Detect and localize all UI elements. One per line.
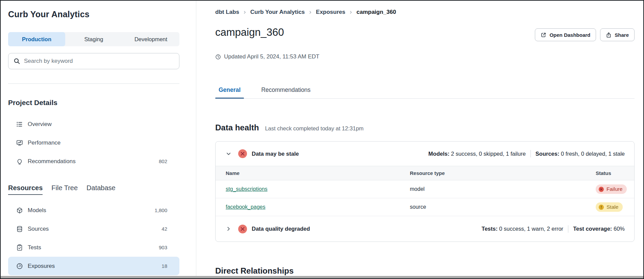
sidebar-item-overview[interactable]: Overview bbox=[8, 115, 179, 133]
sidebar-divider bbox=[8, 83, 179, 84]
stale-section-title: Data may be stale bbox=[252, 151, 299, 157]
models-stat-value: 2 success, 0 skipped, 1 failure bbox=[451, 151, 526, 157]
tests-stat-value: 0 success, 1 warn, 2 error bbox=[499, 226, 563, 232]
env-tab-production[interactable]: Production bbox=[8, 32, 65, 46]
sidebar-item-label: Exposures bbox=[28, 263, 55, 270]
resource-type-cell: source bbox=[410, 198, 596, 216]
stale-section-header: Data may be stale Models: 2 success, 0 s… bbox=[216, 142, 634, 166]
share-icon bbox=[606, 32, 612, 38]
open-dashboard-button[interactable]: Open Dashboard bbox=[535, 28, 596, 41]
tab-general[interactable]: General bbox=[215, 83, 244, 98]
sidebar-item-recommendations[interactable]: Recommendations 802 bbox=[8, 152, 179, 171]
sidebar-item-label: Models bbox=[28, 207, 46, 214]
stale-section-stats: Models: 2 success, 0 skipped, 1 failure … bbox=[428, 150, 625, 157]
updated-text: Updated April 5, 2024, 11:53 AM EDT bbox=[224, 53, 319, 60]
database-icon bbox=[16, 226, 23, 232]
chevron-down-icon[interactable] bbox=[225, 150, 232, 157]
breadcrumb-item-project[interactable]: Curb Your Analytics bbox=[250, 9, 305, 16]
resource-type-cell: model bbox=[410, 180, 596, 198]
sidebar-item-tests[interactable]: Tests 903 bbox=[8, 238, 179, 257]
sidebar-item-label: Tests bbox=[28, 244, 41, 251]
share-button[interactable]: Share bbox=[600, 28, 635, 41]
project-details-heading: Project Details bbox=[8, 99, 179, 107]
breadcrumb-item-account[interactable]: dbt Labs bbox=[215, 9, 239, 16]
stale-resources-table: Name Resource type Status stg_subscripti… bbox=[216, 166, 634, 216]
column-header-status: Status bbox=[596, 166, 634, 180]
stat-divider bbox=[568, 225, 568, 233]
table-row: stg_subscriptions model Failure bbox=[216, 180, 634, 198]
stat-divider bbox=[530, 150, 531, 157]
project-title: Curb Your Analytics bbox=[8, 9, 179, 19]
search-input[interactable] bbox=[24, 58, 174, 65]
coverage-stat-value: 60% bbox=[614, 226, 625, 232]
sidebar-item-label: Sources bbox=[28, 226, 49, 232]
status-badge-label: Stale bbox=[606, 204, 618, 210]
sidebar-item-models[interactable]: Models 1,800 bbox=[8, 201, 179, 220]
warning-badge-icon bbox=[598, 204, 604, 210]
tab-file-tree[interactable]: File Tree bbox=[51, 184, 78, 195]
search-box[interactable] bbox=[8, 53, 179, 69]
item-count: 903 bbox=[159, 245, 167, 250]
models-stat-label: Models: bbox=[428, 151, 449, 157]
coverage-stat-label: Test coverage: bbox=[573, 226, 612, 232]
table-row: facebook_pages source Stale bbox=[216, 198, 634, 216]
detail-tabs: General Recommendations bbox=[215, 83, 635, 99]
direct-relationships-heading: Direct Relationships bbox=[215, 266, 635, 276]
resources-nav: Models 1,800 Sources 42 Tests 903 bbox=[8, 201, 179, 275]
quality-section-title: Data quality degraded bbox=[252, 226, 310, 232]
status-badge-failure: Failure bbox=[596, 184, 627, 194]
main-content: dbt Labs Curb Your Analytics Exposures c… bbox=[196, 1, 643, 276]
quality-section-header: Data quality degraded Tests: 0 success, … bbox=[216, 216, 634, 242]
chevron-right-icon[interactable] bbox=[225, 225, 232, 232]
env-tab-staging[interactable]: Staging bbox=[65, 32, 122, 46]
item-count: 802 bbox=[159, 158, 167, 164]
open-dashboard-label: Open Dashboard bbox=[549, 32, 590, 38]
resource-view-tabs: Resources File Tree Database bbox=[8, 184, 179, 195]
sources-stat-label: Sources: bbox=[536, 151, 560, 157]
tab-recommendations[interactable]: Recommendations bbox=[258, 83, 314, 98]
chevron-right-icon bbox=[308, 10, 312, 14]
error-badge-icon bbox=[598, 186, 604, 192]
sidebar-item-label: Overview bbox=[28, 121, 52, 128]
app-window: Curb Your Analytics Production Staging D… bbox=[0, 0, 644, 279]
sidebar: Curb Your Analytics Production Staging D… bbox=[1, 1, 196, 276]
window-bottom-edge bbox=[1, 276, 643, 278]
breadcrumb-item-current: campaign_360 bbox=[356, 9, 396, 16]
item-count: 1,800 bbox=[154, 207, 167, 213]
column-header-resource-type: Resource type bbox=[410, 166, 596, 180]
sidebar-item-exposures[interactable]: Exposures 18 bbox=[8, 257, 179, 275]
project-details-nav: Overview Performance Recommendations 802 bbox=[8, 115, 179, 171]
chevron-right-icon bbox=[243, 10, 247, 14]
cube-icon bbox=[16, 207, 23, 214]
sidebar-item-performance[interactable]: Performance bbox=[8, 133, 179, 152]
page-title: campaign_360 bbox=[215, 26, 284, 39]
sidebar-item-sources[interactable]: Sources 42 bbox=[8, 220, 179, 238]
list-icon bbox=[16, 121, 23, 128]
error-status-icon bbox=[238, 224, 247, 234]
chevron-right-icon bbox=[349, 10, 353, 14]
env-tab-development[interactable]: Development bbox=[122, 32, 179, 46]
tab-resources[interactable]: Resources bbox=[8, 184, 43, 195]
breadcrumb-item-exposures[interactable]: Exposures bbox=[316, 9, 345, 16]
item-count: 42 bbox=[162, 226, 167, 232]
gauge-icon bbox=[16, 263, 23, 270]
table-header-row: Name Resource type Status bbox=[216, 166, 634, 180]
last-check-text: Last check completed today at 12:31pm bbox=[265, 125, 364, 132]
resource-link-stg-subscriptions[interactable]: stg_subscriptions bbox=[226, 186, 268, 192]
sidebar-item-label: Recommendations bbox=[28, 158, 76, 165]
data-health-card: Data may be stale Models: 2 success, 0 s… bbox=[215, 141, 635, 242]
environment-switcher: Production Staging Development bbox=[8, 32, 179, 46]
sidebar-item-label: Performance bbox=[28, 140, 60, 146]
data-health-heading: Data health bbox=[215, 123, 259, 132]
lightbulb-icon bbox=[16, 158, 23, 165]
performance-icon bbox=[16, 140, 23, 146]
status-badge-stale: Stale bbox=[596, 202, 623, 212]
clipboard-check-icon bbox=[16, 244, 23, 251]
tab-database[interactable]: Database bbox=[86, 184, 116, 195]
share-label: Share bbox=[615, 32, 629, 38]
resource-link-facebook-pages[interactable]: facebook_pages bbox=[226, 204, 265, 210]
column-header-name: Name bbox=[216, 166, 410, 180]
tests-stat-label: Tests: bbox=[481, 226, 497, 232]
item-count: 18 bbox=[162, 263, 167, 269]
search-icon bbox=[14, 58, 20, 65]
